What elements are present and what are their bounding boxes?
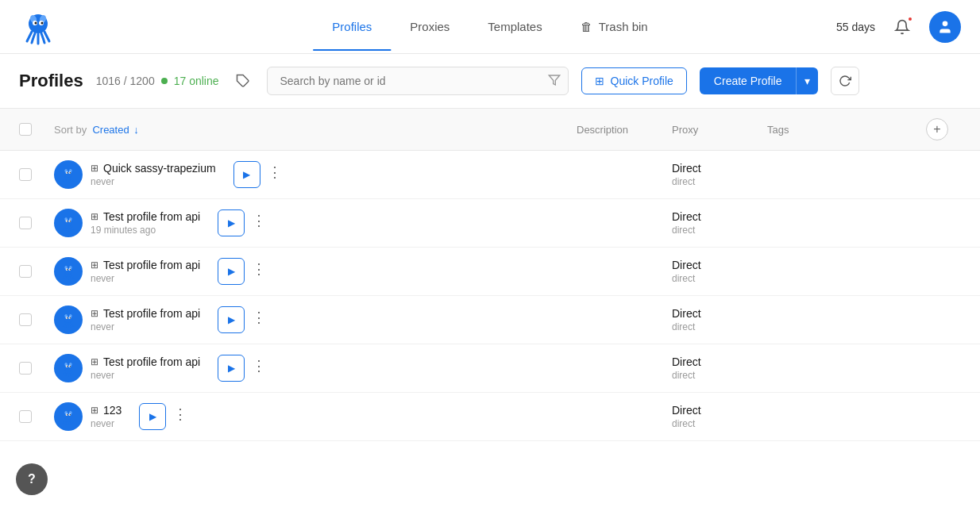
proxy-sub-4: direct [672, 370, 767, 381]
th-description: Description [577, 124, 672, 136]
play-button-4[interactable]: ▶ [218, 355, 245, 382]
svg-point-22 [67, 221, 68, 221]
th-tags: Tags [767, 124, 926, 136]
sort-direction-icon: ↓ [133, 124, 139, 136]
profile-time-3: never [91, 321, 200, 332]
profile-avatar-icon-5 [60, 408, 77, 425]
profile-avatar-3 [54, 305, 83, 334]
play-button-2[interactable]: ▶ [218, 258, 245, 285]
more-button-4[interactable]: ⋮ [248, 355, 270, 377]
nav-proxies[interactable]: Proxies [391, 2, 469, 51]
select-all-checkbox[interactable] [19, 123, 32, 136]
profile-cell-5: ⊞ 123 never ▶ ⋮ [54, 402, 577, 431]
nav-trash[interactable]: 🗑 Trash bin [561, 2, 667, 51]
profile-actions-2: ▶ ⋮ [218, 258, 270, 285]
create-profile-group: Create Profile ▾ [700, 67, 819, 94]
svg-point-51 [70, 414, 71, 415]
nav-templates[interactable]: Templates [469, 2, 561, 51]
header-checkbox-cell [19, 123, 54, 136]
filter-icon [548, 74, 561, 86]
profile-name-5: ⊞ 123 [91, 404, 122, 417]
row-checkbox-1[interactable] [19, 217, 32, 229]
row-checkbox-4[interactable] [19, 362, 32, 375]
bell-button[interactable] [888, 13, 916, 41]
tag-icon-button[interactable] [232, 70, 254, 92]
profile-time-5: never [91, 418, 122, 429]
profile-cell-1: ⊞ Test profile from api 19 minutes ago ▶… [54, 209, 577, 237]
play-button-3[interactable]: ▶ [218, 306, 245, 333]
nav-profiles[interactable]: Profiles [313, 2, 391, 51]
svg-point-36 [67, 317, 68, 318]
online-count: 17 online [174, 75, 219, 87]
row-checkbox-cell-4 [19, 362, 54, 375]
bell-notification-dot [907, 16, 913, 22]
windows-icon-quick: ⊞ [595, 75, 604, 87]
profile-actions-4: ▶ ⋮ [218, 355, 270, 382]
table-row: ⊞ Quick sassy-trapezium never ▶ ⋮ Direct… [0, 151, 980, 199]
profile-avatar-icon-1 [60, 214, 77, 232]
table-body: ⊞ Quick sassy-trapezium never ▶ ⋮ Direct… [0, 151, 980, 441]
table-row: ⊞ Test profile from api never ▶ ⋮ Direct… [0, 344, 980, 393]
row-checkbox-5[interactable] [19, 410, 32, 423]
more-button-2[interactable]: ⋮ [248, 258, 270, 280]
row-checkbox-2[interactable] [19, 265, 32, 278]
profile-actions-0: ▶ ⋮ [233, 161, 286, 188]
more-button-0[interactable]: ⋮ [264, 161, 286, 183]
windows-icon-0: ⊞ [91, 163, 98, 174]
play-button-0[interactable]: ▶ [233, 161, 260, 188]
profile-info-2: ⊞ Test profile from api never [91, 259, 200, 284]
windows-icon-1: ⊞ [91, 211, 98, 222]
days-badge: 55 days [836, 21, 875, 33]
play-button-1[interactable]: ▶ [218, 209, 245, 236]
profile-name-4: ⊞ Test profile from api [91, 355, 200, 368]
row-checkbox-cell-5 [19, 410, 54, 423]
search-input[interactable] [267, 67, 569, 95]
proxy-label-0: Direct [672, 162, 767, 175]
tag-icon [236, 74, 250, 88]
svg-marker-9 [549, 75, 559, 85]
create-profile-button[interactable]: Create Profile [700, 67, 797, 94]
profile-cell-0: ⊞ Quick sassy-trapezium never ▶ ⋮ [54, 160, 577, 189]
refresh-icon [839, 75, 851, 87]
row-checkbox-0[interactable] [19, 168, 32, 181]
profile-avatar-icon-2 [60, 263, 77, 280]
profile-cell-3: ⊞ Test profile from api never ▶ ⋮ [54, 305, 577, 334]
svg-point-6 [41, 21, 44, 24]
refresh-button[interactable] [831, 67, 859, 95]
proxy-sub-3: direct [672, 321, 767, 332]
table-row: ⊞ Test profile from api never ▶ ⋮ Direct… [0, 248, 980, 296]
proxy-cell-1: Direct direct [672, 210, 767, 236]
profile-info-3: ⊞ Test profile from api never [91, 307, 200, 332]
row-checkbox-cell-1 [19, 217, 54, 229]
profile-name-3: ⊞ Test profile from api [91, 307, 200, 320]
proxy-cell-3: Direct direct [672, 307, 767, 332]
svg-point-23 [70, 221, 71, 221]
more-button-3[interactable]: ⋮ [248, 306, 270, 328]
windows-icon-3: ⊞ [91, 308, 98, 319]
more-button-1[interactable]: ⋮ [248, 209, 270, 232]
online-indicator [161, 78, 168, 84]
row-checkbox-3[interactable] [19, 313, 32, 326]
profile-name-2: ⊞ Test profile from api [91, 259, 200, 271]
create-profile-dropdown-button[interactable]: ▾ [796, 67, 818, 94]
profile-avatar-1 [54, 209, 83, 237]
profile-cell-4: ⊞ Test profile from api never ▶ ⋮ [54, 354, 577, 382]
nav-right: 55 days [836, 11, 961, 43]
windows-icon-2: ⊞ [91, 259, 98, 271]
row-checkbox-cell-2 [19, 265, 54, 278]
proxy-sub-1: direct [672, 225, 767, 236]
profiles-table: Sort by Created ↓ Description Proxy Tags… [0, 109, 980, 441]
filter-button[interactable] [548, 74, 561, 89]
svg-point-43 [67, 366, 68, 367]
quick-profile-button[interactable]: ⊞ Quick Profile [581, 67, 687, 94]
table-row: ⊞ Test profile from api never ▶ ⋮ Direct… [0, 296, 980, 344]
nav-links: Profiles Proxies Templates 🗑 Trash bin [313, 2, 666, 51]
add-column-button[interactable]: + [926, 118, 948, 140]
more-button-5[interactable]: ⋮ [169, 403, 191, 425]
search-area [267, 67, 569, 95]
logo-icon [19, 8, 57, 46]
svg-point-5 [35, 21, 37, 24]
user-avatar-button[interactable] [929, 11, 961, 43]
play-button-5[interactable]: ▶ [139, 403, 166, 430]
page-title: Profiles [19, 71, 83, 91]
